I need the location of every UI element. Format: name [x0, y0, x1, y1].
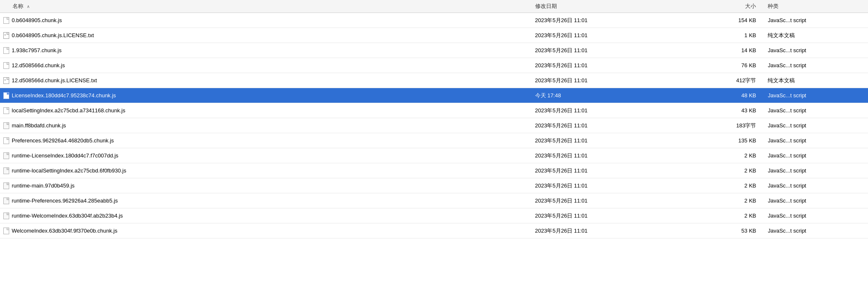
file-icon: [3, 92, 9, 99]
file-name-label: 1.938c7957.chunk.js: [12, 47, 61, 53]
file-size-cell: 2 KB: [673, 193, 760, 208]
file-size-cell: 2 KB: [673, 148, 760, 163]
file-name-label: 0.b6048905.chunk.js.LICENSE.txt: [12, 32, 94, 38]
name-column-label: 名称: [13, 3, 23, 9]
sort-indicator: ∧: [27, 4, 30, 9]
file-name-cell: runtime-main.97d0b459.js: [0, 178, 532, 193]
file-size-cell: 183字节: [673, 118, 760, 133]
file-name-cell: runtime-LicenseIndex.180dd4c7.f7c007dd.j…: [0, 148, 532, 163]
file-name-label: main.ff8bdafd.chunk.js: [12, 122, 66, 129]
file-name-cell: localSettingIndex.a2c75cbd.a7341168.chun…: [0, 103, 532, 118]
kind-column-header[interactable]: 种类: [759, 0, 868, 13]
file-name-label: runtime-Preferences.962926a4.285eabb5.js: [12, 198, 118, 204]
file-kind-cell: JavaSc...t script: [759, 118, 868, 133]
file-name-cell: main.ff8bdafd.chunk.js: [0, 118, 532, 133]
table-row[interactable]: runtime-LicenseIndex.180dd4c7.f7c007dd.j…: [0, 148, 868, 163]
file-size-cell: 1 KB: [673, 28, 760, 43]
file-icon: [3, 107, 9, 114]
table-row[interactable]: localSettingIndex.a2c75cbd.a7341168.chun…: [0, 103, 868, 118]
date-column-header[interactable]: 修改日期: [532, 0, 673, 13]
file-date-cell: 2023年5月26日 11:01: [532, 43, 673, 58]
file-name-label: runtime-WelcomeIndex.63db304f.ab2b23b4.j…: [12, 213, 123, 219]
file-size-cell: 2 KB: [673, 163, 760, 178]
file-icon: [3, 32, 9, 39]
file-kind-cell: JavaSc...t script: [759, 58, 868, 73]
file-date-cell: 2023年5月26日 11:01: [532, 223, 673, 238]
file-kind-cell: JavaSc...t script: [759, 208, 868, 223]
file-date-cell: 2023年5月26日 11:01: [532, 103, 673, 118]
column-headers: 名称 ∧ 修改日期 大小 种类: [0, 0, 868, 13]
table-row[interactable]: 12.d508566d.chunk.js.LICENSE.txt2023年5月2…: [0, 73, 868, 88]
table-row[interactable]: 0.b6048905.chunk.js.LICENSE.txt2023年5月26…: [0, 28, 868, 43]
file-icon: [3, 213, 9, 219]
file-kind-cell: JavaSc...t script: [759, 148, 868, 163]
file-icon: [3, 77, 9, 84]
file-date-cell: 2023年5月26日 11:01: [532, 148, 673, 163]
file-name-cell: 12.d508566d.chunk.js.LICENSE.txt: [0, 73, 532, 88]
table-row[interactable]: runtime-main.97d0b459.js2023年5月26日 11:01…: [0, 178, 868, 193]
name-column-header[interactable]: 名称 ∧: [0, 0, 532, 13]
file-icon: [3, 47, 9, 54]
file-name-label: 12.d508566d.chunk.js.LICENSE.txt: [12, 77, 97, 84]
table-row[interactable]: runtime-Preferences.962926a4.285eabb5.js…: [0, 193, 868, 208]
table-row[interactable]: 1.938c7957.chunk.js2023年5月26日 11:0114 KB…: [0, 43, 868, 58]
file-name-label: runtime-LicenseIndex.180dd4c7.f7c007dd.j…: [12, 152, 118, 159]
file-name-cell: Preferences.962926a4.46820db5.chunk.js: [0, 133, 532, 148]
table-row[interactable]: WelcomeIndex.63db304f.9f370e0b.chunk.js2…: [0, 223, 868, 238]
file-date-cell: 2023年5月26日 11:01: [532, 133, 673, 148]
file-icon: [3, 198, 9, 204]
file-name-cell: 0.b6048905.chunk.js: [0, 13, 532, 28]
file-kind-cell: JavaSc...t script: [759, 163, 868, 178]
file-size-cell: 412字节: [673, 73, 760, 88]
file-date-cell: 2023年5月26日 11:01: [532, 58, 673, 73]
file-kind-cell: JavaSc...t script: [759, 43, 868, 58]
file-name-cell: runtime-localSettingIndex.a2c75cbd.6f0fb…: [0, 163, 532, 178]
file-kind-cell: JavaSc...t script: [759, 13, 868, 28]
file-size-cell: 43 KB: [673, 103, 760, 118]
file-size-cell: 154 KB: [673, 13, 760, 28]
file-icon: [3, 137, 9, 144]
file-date-cell: 2023年5月26日 11:01: [532, 118, 673, 133]
file-icon: [3, 122, 9, 129]
file-size-cell: 48 KB: [673, 88, 760, 103]
file-kind-cell: 纯文本文稿: [759, 73, 868, 88]
file-kind-cell: JavaSc...t script: [759, 103, 868, 118]
file-date-cell: 2023年5月26日 11:01: [532, 208, 673, 223]
file-size-cell: 2 KB: [673, 208, 760, 223]
file-size-cell: 14 KB: [673, 43, 760, 58]
size-column-label: 大小: [745, 3, 756, 9]
file-icon: [3, 228, 9, 234]
file-name-label: WelcomeIndex.63db304f.9f370e0b.chunk.js: [12, 228, 117, 234]
file-icon: [3, 182, 9, 189]
file-icon: [3, 167, 9, 174]
table-row[interactable]: runtime-localSettingIndex.a2c75cbd.6f0fb…: [0, 163, 868, 178]
size-column-header[interactable]: 大小: [673, 0, 760, 13]
table-row[interactable]: runtime-WelcomeIndex.63db304f.ab2b23b4.j…: [0, 208, 868, 223]
file-name-cell: LicenseIndex.180dd4c7.95238c74.chunk.js: [0, 88, 532, 103]
file-icon: [3, 17, 9, 24]
file-date-cell: 2023年5月26日 11:01: [532, 28, 673, 43]
file-name-label: Preferences.962926a4.46820db5.chunk.js: [12, 137, 114, 144]
file-date-cell: 2023年5月26日 11:01: [532, 13, 673, 28]
file-size-cell: 2 KB: [673, 178, 760, 193]
file-name-label: 0.b6048905.chunk.js: [12, 17, 62, 23]
file-kind-cell: JavaSc...t script: [759, 88, 868, 103]
file-name-cell: 12.d508566d.chunk.js: [0, 58, 532, 73]
table-row[interactable]: main.ff8bdafd.chunk.js2023年5月26日 11:0118…: [0, 118, 868, 133]
file-name-label: runtime-main.97d0b459.js: [12, 182, 74, 189]
file-date-cell: 2023年5月26日 11:01: [532, 193, 673, 208]
file-kind-cell: 纯文本文稿: [759, 28, 868, 43]
file-date-cell: 今天 17:48: [532, 88, 673, 103]
file-size-cell: 76 KB: [673, 58, 760, 73]
kind-column-label: 种类: [768, 3, 779, 9]
table-row[interactable]: Preferences.962926a4.46820db5.chunk.js20…: [0, 133, 868, 148]
table-row[interactable]: LicenseIndex.180dd4c7.95238c74.chunk.js今…: [0, 88, 868, 103]
file-name-cell: 0.b6048905.chunk.js.LICENSE.txt: [0, 28, 532, 43]
file-size-cell: 53 KB: [673, 223, 760, 238]
table-row[interactable]: 12.d508566d.chunk.js2023年5月26日 11:0176 K…: [0, 58, 868, 73]
file-name-label: runtime-localSettingIndex.a2c75cbd.6f0fb…: [12, 167, 126, 174]
file-name-cell: runtime-Preferences.962926a4.285eabb5.js: [0, 193, 532, 208]
table-row[interactable]: 0.b6048905.chunk.js2023年5月26日 11:01154 K…: [0, 13, 868, 28]
file-name-cell: runtime-WelcomeIndex.63db304f.ab2b23b4.j…: [0, 208, 532, 223]
file-date-cell: 2023年5月26日 11:01: [532, 163, 673, 178]
